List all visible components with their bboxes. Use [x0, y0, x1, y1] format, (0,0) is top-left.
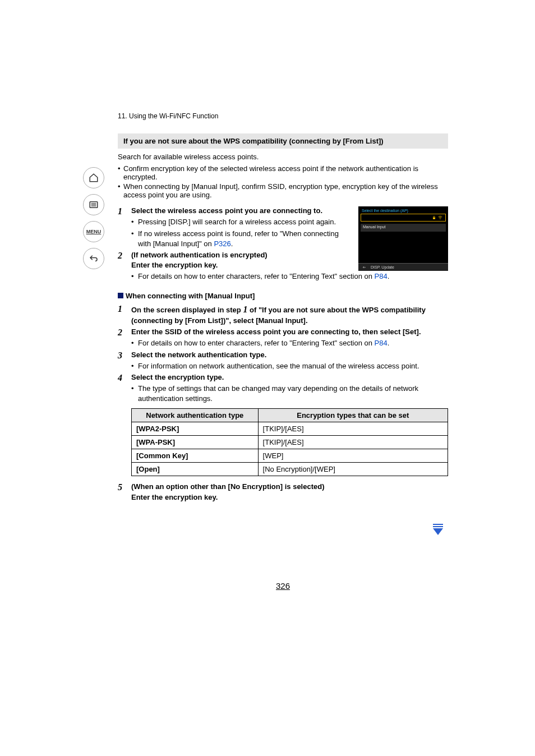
table-header: Encryption types that can be set: [258, 409, 448, 422]
table-row: [WPA-PSK][TKIP]/[AES]: [132, 436, 448, 449]
table-row: [WPA2-PSK][TKIP]/[AES]: [132, 422, 448, 436]
screenshot-title: Select the destination (AP): [358, 206, 448, 214]
svg-point-5: [440, 219, 441, 219]
nav-back-button[interactable]: [83, 248, 104, 269]
svg-rect-6: [433, 524, 443, 525]
nav-contents-button[interactable]: [83, 194, 104, 215]
continue-arrow-icon: [431, 524, 445, 538]
page-link[interactable]: P84: [375, 272, 388, 280]
home-icon: [89, 173, 99, 183]
screenshot-selected-row: [361, 214, 446, 222]
return-icon: [362, 265, 367, 270]
section-heading: If you are not sure about the WPS compat…: [118, 133, 448, 149]
page-link[interactable]: P326: [214, 239, 230, 248]
step: 4 Select the encryption type. •The type …: [118, 372, 448, 404]
back-icon: [89, 253, 99, 264]
step: 1 On the screen displayed in step 1 of "…: [118, 303, 448, 326]
menu-label: MENU: [86, 229, 102, 234]
screenshot-manual-row: Manual Input: [361, 224, 446, 232]
intro-text: Search for available wireless access poi…: [118, 152, 448, 162]
intro-bullet: •Confirm encryption key of the selected …: [118, 164, 448, 181]
table-row: [Common Key][WEP]: [132, 449, 448, 463]
screenshot-footer: DISP. Update: [358, 263, 448, 271]
lock-wifi-icon: [432, 215, 443, 220]
encryption-table: Network authentication type Encryption t…: [131, 408, 448, 476]
chapter-title: 11. Using the Wi-Fi/NFC Function: [118, 112, 448, 120]
svg-rect-7: [433, 526, 443, 527]
intro-bullet: •When connecting by [Manual Input], conf…: [118, 182, 448, 199]
table-header: Network authentication type: [132, 409, 259, 422]
contents-icon: [89, 200, 99, 210]
nav-menu-button[interactable]: MENU: [83, 221, 104, 242]
step: 3 Select the network authentication type…: [118, 350, 448, 371]
page-number: 326: [118, 581, 448, 591]
nav-home-button[interactable]: [83, 167, 104, 188]
camera-screenshot: Select the destination (AP) Manual Input…: [358, 206, 448, 271]
table-row: [Open][No Encryption]/[WEP]: [132, 463, 448, 476]
step: 1 Select the wireless access point you a…: [118, 206, 353, 249]
square-bullet-icon: [118, 293, 123, 298]
subsection-heading: When connecting with [Manual Input]: [118, 291, 448, 300]
svg-rect-4: [433, 218, 435, 219]
sidebar-nav: MENU: [83, 167, 107, 269]
step: 5 (When an option other than [No Encrypt…: [118, 482, 448, 502]
page-link[interactable]: P84: [375, 339, 388, 347]
step: 2 Enter the SSID of the wireless access …: [118, 327, 448, 348]
